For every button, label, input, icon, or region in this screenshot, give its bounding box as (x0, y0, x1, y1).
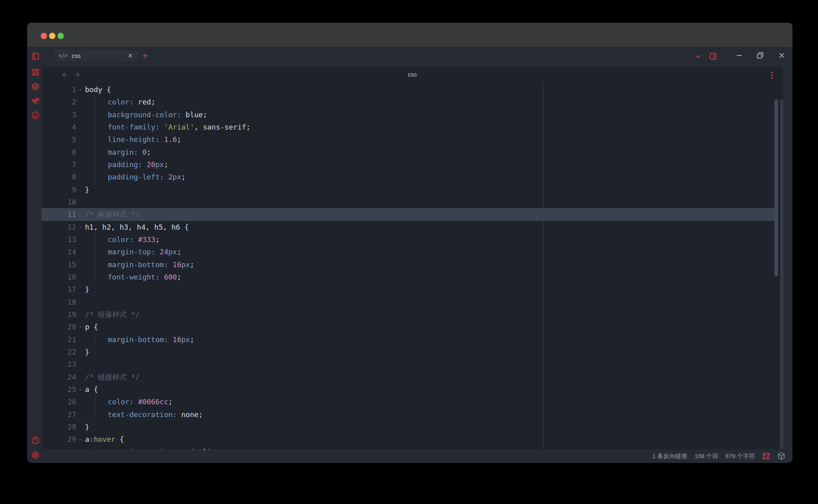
line-number: 3 (41, 108, 76, 121)
line-number: 17 (41, 283, 76, 295)
fold-arrow-icon[interactable]: ▾ (79, 84, 85, 96)
code-text: font-family: 'Arial', sans-serif; (85, 121, 775, 133)
scrollbar-track[interactable] (780, 99, 783, 450)
tab-close-icon[interactable] (127, 53, 133, 59)
line-number: 1 (41, 83, 76, 96)
code-line: 22} (41, 346, 775, 358)
code-text: color: #333; (85, 233, 775, 246)
line-number: 23 (41, 358, 76, 370)
line-number: 5 (41, 133, 76, 146)
code-line: 2color: red; (41, 96, 775, 108)
code-text: } (85, 346, 775, 358)
line-number: 30 (41, 446, 76, 450)
editor-pane: css 1▾body {2color: red;3background-colo… (41, 66, 784, 450)
line-number: 6 (41, 146, 76, 158)
minimize-button[interactable] (735, 51, 744, 60)
code-line: 23 (41, 358, 775, 370)
code-text: padding: 20px; (85, 158, 775, 171)
dice-box-icon[interactable] (31, 82, 40, 91)
code-text: line-height: 1.6; (85, 133, 775, 146)
code-text: p { (85, 321, 775, 333)
code-text: body { (85, 83, 775, 96)
code-editor[interactable]: 1▾body {2color: red;3background-color: b… (41, 83, 783, 450)
line-number: 8 (41, 171, 76, 183)
settings-gear-icon[interactable] (31, 450, 40, 460)
line-number: 27 (41, 408, 76, 421)
code-text: color: red; (85, 96, 775, 108)
line-number: 26 (41, 396, 76, 408)
code-text: background-color: blue; (85, 108, 775, 121)
fold-arrow-icon[interactable]: ▾ (79, 384, 85, 396)
code-line: 27text-decoration: none; (41, 408, 775, 421)
traffic-light-close[interactable] (41, 33, 47, 39)
code-icon: </> (59, 53, 67, 59)
code-text: /* 标题样式 */ (85, 208, 775, 220)
line-number: 11 (41, 208, 76, 220)
code-text: } (85, 183, 775, 196)
line-number: 14 (41, 246, 76, 258)
cube-icon[interactable] (777, 452, 785, 460)
line-number: 22 (41, 346, 76, 358)
line-number: 20 (41, 321, 76, 333)
pane-title: css (41, 67, 783, 83)
sync-off-icon[interactable] (762, 452, 770, 460)
traffic-light-zoom[interactable] (57, 33, 64, 39)
fold-arrow-icon[interactable]: ▾ (79, 433, 85, 446)
code-text: color: #0066cc; (85, 396, 775, 408)
word-count[interactable]: 108 个词 (695, 453, 718, 460)
tab-label: css (72, 52, 127, 59)
code-line: 25▾a { (41, 383, 775, 396)
line-number: 2 (41, 96, 76, 108)
code-text: margin-bottom: 16px; (85, 333, 775, 346)
code-line: 6margin: 0; (41, 146, 775, 158)
code-line: 4font-family: 'Arial', sans-serif; (41, 121, 775, 133)
tab-list-chevron-icon[interactable] (694, 52, 702, 61)
line-number: 19 (41, 308, 76, 321)
code-line: 12▾h1, h2, h3, h4, h5, h6 { (41, 221, 775, 233)
code-line: 14margin-top: 24px; (41, 246, 775, 258)
code-line: 15margin-bottom: 16px; (41, 258, 775, 271)
titlebar (27, 23, 792, 47)
scrollbar-thumb[interactable] (775, 99, 778, 277)
new-tab-icon[interactable] (142, 52, 149, 59)
panel-left-toggle-icon[interactable] (31, 51, 40, 61)
smile-icon[interactable] (31, 110, 40, 120)
fold-arrow-icon[interactable]: ▾ (79, 221, 85, 234)
view-header: css (41, 67, 783, 83)
code-line: 28} (41, 421, 775, 433)
line-number: 28 (41, 421, 76, 433)
line-number: 16 (41, 271, 76, 283)
line-number: 13 (41, 233, 76, 246)
code-line: 20▾p { (41, 321, 775, 333)
char-count[interactable]: 879 个字符 (725, 453, 755, 460)
restore-button[interactable] (756, 51, 765, 60)
status-bar: 1 条反向链接 108 个词 879 个字符 (652, 451, 785, 461)
panel-right-toggle-icon[interactable] (709, 52, 717, 61)
code-text: /* 链接样式 */ (85, 371, 775, 383)
close-button[interactable] (777, 51, 786, 60)
code-text: margin-top: 24px; (85, 246, 775, 258)
line-number: 29 (41, 433, 76, 445)
traffic-light-minimize[interactable] (49, 33, 55, 39)
code-line: 8padding-left: 2px; (41, 171, 775, 183)
line-number: 9 (41, 183, 76, 196)
tab-css[interactable]: </> css (54, 50, 138, 61)
code-text: h1, h2, h3, h4, h5, h6 { (85, 221, 775, 233)
backlinks-count[interactable]: 1 条反向链接 (652, 453, 688, 460)
code-line: 9} (41, 183, 775, 196)
line-number: 18 (41, 296, 76, 308)
code-text: } (85, 283, 775, 295)
code-text: margin: 0; (85, 146, 775, 158)
line-number: 24 (41, 371, 76, 383)
telescope-icon[interactable] (31, 96, 40, 106)
code-line: 17} (41, 283, 775, 295)
code-text: font-weight: 600; (85, 271, 775, 283)
line-number: 7 (41, 158, 76, 171)
layout-grid-icon[interactable] (31, 67, 40, 77)
help-icon[interactable] (31, 435, 40, 445)
code-text: a:hover { (85, 433, 775, 445)
line-number: 21 (41, 333, 76, 346)
fold-arrow-icon[interactable]: ▾ (79, 321, 85, 333)
app-window: </> css css 1▾body {2color: red;3backgro… (27, 23, 792, 463)
more-options-icon[interactable] (771, 72, 773, 79)
